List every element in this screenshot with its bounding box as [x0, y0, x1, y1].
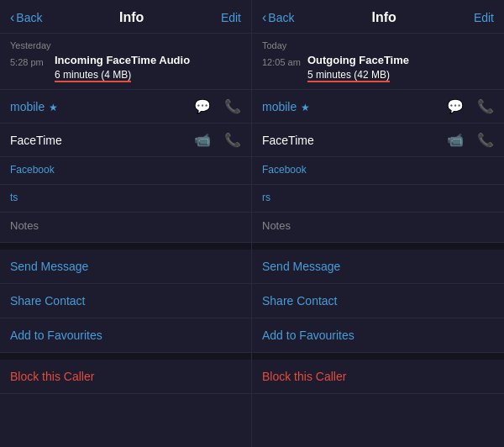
call-type: Outgoing FaceTime	[307, 54, 494, 66]
notes-label: Notes	[10, 219, 241, 232]
call-detail: Incoming FaceTime Audio6 minutes (4 MB)	[55, 54, 241, 82]
action-row-1[interactable]: Share Contact	[0, 284, 251, 318]
call-time: 5:28 pm	[10, 54, 48, 69]
facetime-call-icon[interactable]: 📞	[224, 132, 241, 148]
call-icon[interactable]: 📞	[224, 98, 241, 114]
field-label-1: ts	[10, 192, 241, 203]
call-icon[interactable]: 📞	[477, 98, 494, 114]
facetime-label: FaceTime	[10, 134, 62, 147]
panel-left: ‹BackInfoEditYesterday5:28 pmIncoming Fa…	[0, 0, 252, 447]
back-label: Back	[16, 11, 42, 24]
action-row-2[interactable]: Add to Favourites	[0, 318, 251, 353]
mobile-label: mobile ★	[10, 99, 58, 114]
divider	[0, 243, 251, 250]
divider-before-block	[0, 353, 251, 360]
action-row-1[interactable]: Share Contact	[252, 284, 504, 318]
header: ‹BackInfoEdit	[252, 0, 504, 34]
action-label-1: Share Contact	[262, 294, 494, 308]
call-date: Today	[262, 40, 494, 50]
call-info-section: Yesterday5:28 pmIncoming FaceTime Audio6…	[0, 34, 251, 90]
chevron-left-icon: ‹	[10, 10, 14, 25]
action-label-0: Send Message	[262, 260, 494, 273]
page-title: Info	[119, 10, 144, 25]
action-row-3[interactable]: Block this Caller	[0, 360, 251, 394]
video-icon[interactable]: 📹	[447, 132, 464, 148]
mobile-actions: 💬📞	[194, 98, 241, 114]
facetime-row: FaceTime📹📞	[252, 124, 504, 157]
call-type: Incoming FaceTime Audio	[55, 54, 241, 66]
mobile-label: mobile ★	[262, 99, 310, 114]
header: ‹BackInfoEdit	[0, 0, 251, 34]
info-field-1: ts	[0, 185, 251, 213]
call-time-value: 12:05 am	[262, 57, 301, 67]
panel-right: ‹BackInfoEditToday12:05 amOutgoing FaceT…	[252, 0, 504, 447]
action-row-3[interactable]: Block this Caller	[252, 360, 504, 394]
call-date: Yesterday	[10, 40, 241, 50]
mobile-row: mobile ★💬📞	[0, 90, 251, 124]
info-field-0: Facebook	[0, 157, 251, 185]
back-label: Back	[268, 11, 294, 24]
field-label-1: rs	[262, 192, 494, 203]
call-info-section: Today12:05 amOutgoing FaceTime5 minutes …	[252, 34, 504, 90]
edit-button[interactable]: Edit	[221, 11, 241, 24]
action-label-3: Block this Caller	[262, 370, 494, 383]
divider	[252, 243, 504, 250]
facetime-row: FaceTime📹📞	[0, 124, 251, 157]
video-icon[interactable]: 📹	[194, 132, 211, 148]
favorite-star: ★	[49, 102, 58, 113]
back-button[interactable]: ‹Back	[262, 10, 294, 25]
action-row-0[interactable]: Send Message	[0, 250, 251, 284]
facetime-actions: 📹📞	[447, 132, 494, 148]
call-detail: Outgoing FaceTime5 minutes (42 MB)	[307, 54, 494, 82]
info-field-1: rs	[252, 185, 504, 213]
call-row: 5:28 pmIncoming FaceTime Audio6 minutes …	[10, 54, 241, 82]
info-field-0: Facebook	[252, 157, 504, 185]
call-time: 12:05 am	[262, 54, 301, 69]
mobile-actions: 💬📞	[447, 98, 494, 114]
action-section: Send MessageShare ContactAdd to Favourit…	[0, 250, 251, 394]
chevron-left-icon: ‹	[262, 10, 266, 25]
action-label-2: Add to Favourites	[10, 329, 241, 342]
mobile-text: mobile	[262, 100, 297, 113]
action-section: Send MessageShare ContactAdd to Favourit…	[252, 250, 504, 394]
action-row-2[interactable]: Add to Favourites	[252, 318, 504, 353]
call-duration: 5 minutes (42 MB)	[307, 69, 390, 82]
call-duration: 6 minutes (4 MB)	[55, 69, 131, 82]
facetime-label: FaceTime	[262, 134, 314, 147]
action-label-3: Block this Caller	[10, 370, 241, 383]
divider-before-block	[252, 353, 504, 360]
mobile-text: mobile	[10, 100, 45, 113]
page-title: Info	[372, 10, 396, 25]
back-button[interactable]: ‹Back	[10, 10, 42, 25]
notes-label: Notes	[262, 219, 494, 232]
action-row-0[interactable]: Send Message	[252, 250, 504, 284]
favorite-star: ★	[301, 102, 310, 113]
facetime-call-icon[interactable]: 📞	[477, 132, 494, 148]
mobile-row: mobile ★💬📞	[252, 90, 504, 124]
field-label-0: Facebook	[262, 164, 494, 176]
edit-button[interactable]: Edit	[474, 11, 494, 24]
message-icon[interactable]: 💬	[194, 98, 211, 114]
notes-field: Notes	[0, 213, 251, 243]
facetime-actions: 📹📞	[194, 132, 241, 148]
call-time-value: 5:28 pm	[10, 57, 44, 67]
notes-field: Notes	[252, 213, 504, 243]
action-label-1: Share Contact	[10, 294, 241, 308]
field-label-0: Facebook	[10, 164, 241, 176]
action-label-2: Add to Favourites	[262, 329, 494, 342]
action-label-0: Send Message	[10, 260, 241, 273]
call-row: 12:05 amOutgoing FaceTime5 minutes (42 M…	[262, 54, 494, 82]
message-icon[interactable]: 💬	[447, 98, 464, 114]
